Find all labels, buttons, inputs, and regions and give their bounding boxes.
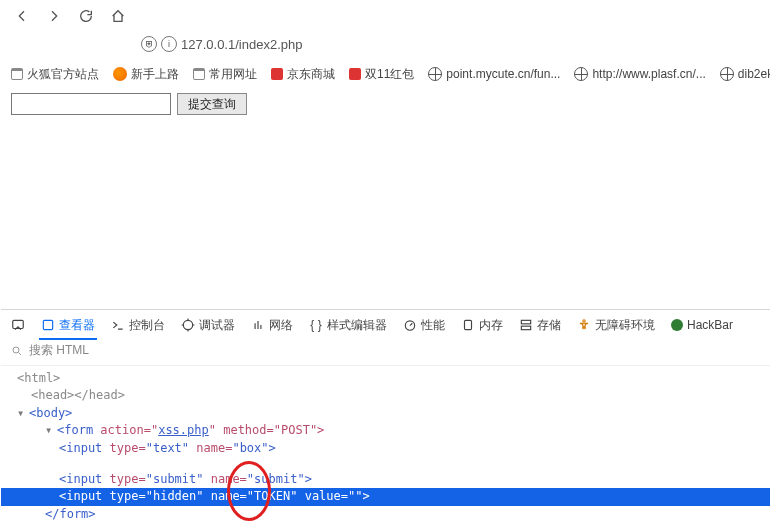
bookmark-item[interactable]: 双11红包 bbox=[349, 66, 414, 83]
home-button[interactable] bbox=[107, 5, 129, 27]
tab-label: 查看器 bbox=[59, 317, 95, 334]
bookmarks-bar: 火狐官方站点 新手上路 常用网址 京东商城 双11红包 point.mycute… bbox=[1, 61, 770, 87]
bookmark-item[interactable]: point.mycute.cn/fun... bbox=[428, 67, 560, 81]
svg-point-2 bbox=[183, 320, 192, 329]
bookmark-item[interactable]: dib2ekjwro bbox=[720, 67, 770, 81]
tab-label: 网络 bbox=[269, 317, 293, 334]
html-bubble-line[interactable]: "" bbox=[11, 457, 770, 471]
tab-storage[interactable]: 存储 bbox=[519, 317, 561, 334]
firefox-icon bbox=[113, 67, 127, 81]
folder-icon bbox=[11, 68, 23, 80]
tab-memory[interactable]: 内存 bbox=[461, 317, 503, 334]
submit-button[interactable]: 提交查询 bbox=[177, 93, 247, 115]
devtools-html-tree[interactable]: <html> <head></head> ▾<body> ▾<form acti… bbox=[1, 366, 770, 526]
bookmark-label: 常用网址 bbox=[209, 66, 257, 83]
tab-label: 存储 bbox=[537, 317, 561, 334]
globe-icon bbox=[720, 67, 734, 81]
tab-label: 内存 bbox=[479, 317, 503, 334]
hackbar-icon bbox=[671, 319, 683, 331]
browser-nav bbox=[1, 1, 770, 31]
devtools-dock-icon[interactable] bbox=[11, 318, 25, 332]
reload-button[interactable] bbox=[75, 5, 97, 27]
bookmark-label: point.mycute.cn/fun... bbox=[446, 67, 560, 81]
globe-icon bbox=[428, 67, 442, 81]
page-content: 提交查询 bbox=[1, 87, 770, 309]
page-form: 提交查询 bbox=[11, 93, 760, 115]
bookmark-label: 新手上路 bbox=[131, 66, 179, 83]
tab-accessibility[interactable]: 无障碍环境 bbox=[577, 317, 655, 334]
html-line[interactable]: ▾<form action="xss.php" method="POST"> bbox=[11, 422, 770, 439]
html-line[interactable]: <head></head> bbox=[11, 387, 770, 404]
address-url[interactable]: 127.0.0.1/index2.php bbox=[181, 37, 302, 52]
bookmark-label: 双11红包 bbox=[365, 66, 414, 83]
svg-point-7 bbox=[583, 320, 585, 322]
html-line[interactable]: </form> bbox=[11, 506, 770, 523]
jd-icon bbox=[349, 68, 361, 80]
tab-label: 无障碍环境 bbox=[595, 317, 655, 334]
tab-label: 控制台 bbox=[129, 317, 165, 334]
tab-label: HackBar bbox=[687, 318, 733, 332]
bookmark-item[interactable]: 京东商城 bbox=[271, 66, 335, 83]
tab-label: 样式编辑器 bbox=[327, 317, 387, 334]
tab-label: 调试器 bbox=[199, 317, 235, 334]
devtools-tabs: 查看器 控制台 调试器 网络 { } 样式编辑器 性能 bbox=[1, 310, 770, 340]
devtools-search[interactable]: 搜索 HTML bbox=[1, 340, 770, 366]
svg-rect-4 bbox=[465, 320, 472, 329]
forward-button[interactable] bbox=[43, 5, 65, 27]
tab-console[interactable]: 控制台 bbox=[111, 317, 165, 334]
globe-icon bbox=[574, 67, 588, 81]
bookmark-label: dib2ekjwro bbox=[738, 67, 770, 81]
html-line-selected[interactable]: <input type="hidden" name="TOKEN" value=… bbox=[1, 488, 770, 505]
bookmark-item[interactable]: 火狐官方站点 bbox=[11, 66, 99, 83]
tab-hackbar[interactable]: HackBar bbox=[671, 318, 733, 332]
bookmark-item[interactable]: http://www.plasf.cn/... bbox=[574, 67, 705, 81]
tab-inspector[interactable]: 查看器 bbox=[41, 317, 95, 334]
svg-point-8 bbox=[13, 347, 19, 353]
svg-rect-5 bbox=[521, 320, 530, 324]
tab-performance[interactable]: 性能 bbox=[403, 317, 445, 334]
back-button[interactable] bbox=[11, 5, 33, 27]
html-line[interactable]: <input type="submit" name="submit"> bbox=[11, 471, 770, 488]
search-placeholder: 搜索 HTML bbox=[29, 342, 89, 359]
bookmark-label: http://www.plasf.cn/... bbox=[592, 67, 705, 81]
address-bar-row: ⛨ i 127.0.0.1/index2.php bbox=[1, 31, 770, 61]
bookmark-label: 京东商城 bbox=[287, 66, 335, 83]
bookmark-item[interactable]: 新手上路 bbox=[113, 66, 179, 83]
tab-label: 性能 bbox=[421, 317, 445, 334]
html-line[interactable]: <html> bbox=[11, 370, 770, 387]
devtools-panel: 查看器 控制台 调试器 网络 { } 样式编辑器 性能 bbox=[1, 309, 770, 526]
jd-icon bbox=[271, 68, 283, 80]
svg-rect-6 bbox=[521, 326, 530, 330]
html-line[interactable]: <input type="text" name="box"> bbox=[11, 440, 770, 457]
tab-network[interactable]: 网络 bbox=[251, 317, 293, 334]
info-icon[interactable]: i bbox=[161, 36, 177, 52]
bookmark-label: 火狐官方站点 bbox=[27, 66, 99, 83]
box-input[interactable] bbox=[11, 93, 171, 115]
tab-style-editor[interactable]: { } 样式编辑器 bbox=[309, 317, 387, 334]
folder-icon bbox=[193, 68, 205, 80]
svg-rect-1 bbox=[43, 320, 52, 329]
shield-icon[interactable]: ⛨ bbox=[141, 36, 157, 52]
tab-debugger[interactable]: 调试器 bbox=[181, 317, 235, 334]
bookmark-item[interactable]: 常用网址 bbox=[193, 66, 257, 83]
html-line[interactable]: ▾<body> bbox=[11, 405, 770, 422]
